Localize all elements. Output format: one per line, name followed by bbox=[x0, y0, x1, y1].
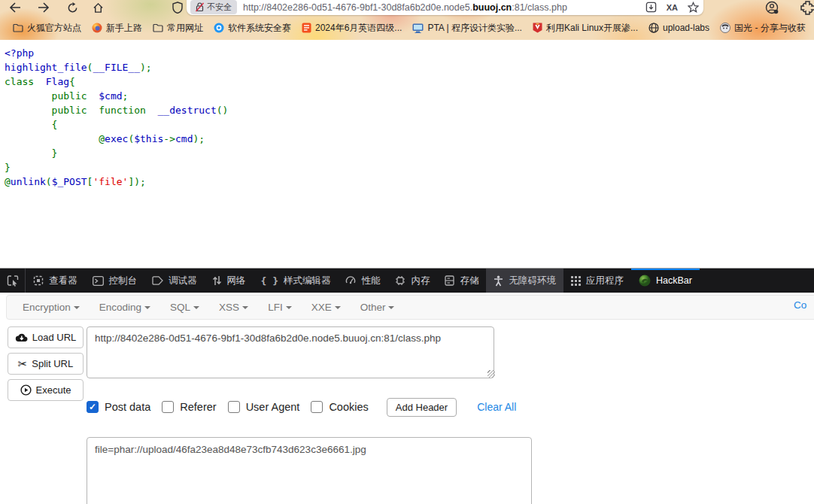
bookmark-item[interactable]: 2024年6月英语四级... bbox=[296, 20, 407, 37]
devtools-tab-label: 存储 bbox=[460, 275, 478, 287]
save-page-icon[interactable] bbox=[645, 2, 657, 13]
devtools-tab-hackbar[interactable]: HackBar bbox=[631, 269, 700, 293]
storage-icon bbox=[445, 275, 454, 286]
chevron-down-icon bbox=[286, 306, 292, 309]
devtools-tab-inspector[interactable]: 查看器 bbox=[26, 269, 85, 293]
bookmark-item[interactable]: 利用Kali Linux开展渗... bbox=[527, 20, 643, 37]
checkbox-label: User Agent bbox=[246, 401, 300, 413]
hackbar-right-link[interactable]: Co bbox=[794, 299, 806, 311]
hackbar-icon bbox=[639, 275, 651, 287]
bookmark-label: 软件系统安全赛 bbox=[228, 22, 291, 35]
load-url-button[interactable]: Load URL bbox=[8, 326, 84, 348]
insecure-lock-icon bbox=[196, 2, 204, 12]
post-data-checkbox[interactable]: ✓Post data bbox=[87, 401, 150, 413]
code-line: { bbox=[5, 117, 228, 132]
checkbox-box[interactable] bbox=[228, 401, 240, 413]
post-data-textarea[interactable]: file=phar://upload/46fa23ea8d48e73cfb743… bbox=[87, 437, 532, 504]
bookmark-label: 新手上路 bbox=[106, 22, 142, 35]
user-agent-checkbox[interactable]: User Agent bbox=[228, 401, 300, 413]
bookmark-label: 国光 - 分享与收获 bbox=[734, 22, 806, 35]
bookmark-label: PTA | 程序设计类实验... bbox=[427, 22, 522, 35]
hackbar-menu-other[interactable]: Other bbox=[351, 302, 405, 313]
devtools-tab-accessibility[interactable]: 无障碍环境 bbox=[486, 269, 563, 293]
security-chip[interactable]: 不安全 bbox=[190, 0, 237, 14]
hackbar-menu-sql[interactable]: SQL bbox=[160, 302, 209, 313]
memory-icon bbox=[395, 275, 405, 286]
inspector-icon bbox=[33, 275, 44, 286]
blue-circle-icon bbox=[214, 23, 224, 33]
scissors-icon: ✂ bbox=[18, 358, 28, 369]
home-button[interactable] bbox=[90, 0, 105, 15]
url-bar[interactable]: 不安全 http://8402e286-0d51-4676-9bf1-30d8f… bbox=[187, 0, 703, 15]
devtools-tab-label: HackBar bbox=[656, 275, 692, 286]
devtools-tab-network[interactable]: 网络 bbox=[205, 269, 254, 293]
devtools-tab-label: 无障碍环境 bbox=[509, 275, 556, 287]
hackbar-menu-xxe[interactable]: XXE bbox=[302, 302, 351, 313]
devtools-tab-debugger[interactable]: 调试器 bbox=[144, 269, 205, 293]
devtools-tab-application[interactable]: 应用程序 bbox=[563, 269, 631, 293]
bookmarks-toolbar: 火狐官方站点新手上路常用网址软件系统安全赛2024年6月英语四级...PTA |… bbox=[0, 16, 814, 40]
checkbox-box[interactable] bbox=[311, 401, 323, 413]
devtools-tab-label: 查看器 bbox=[49, 275, 77, 287]
chevron-down-icon bbox=[388, 306, 394, 309]
bookmark-label: 常用网址 bbox=[167, 22, 203, 35]
chevron-down-icon bbox=[242, 306, 248, 309]
chevron-down-icon bbox=[193, 306, 199, 309]
split-url-button[interactable]: ✂ Split URL bbox=[8, 353, 84, 375]
bookmark-item[interactable]: 常用网址 bbox=[147, 20, 208, 37]
hackbar-menu-encoding[interactable]: Encoding bbox=[90, 302, 160, 313]
referer-checkbox[interactable]: Referer bbox=[162, 401, 216, 413]
hackbar-options-row: ✓Post dataRefererUser AgentCookiesAdd He… bbox=[87, 397, 516, 417]
bookmark-item[interactable]: 火狐官方站点 bbox=[8, 20, 87, 37]
style-editor-icon: { } bbox=[261, 275, 278, 287]
devtools-tab-storage[interactable]: 存储 bbox=[437, 269, 486, 293]
textarea-resize-handle[interactable] bbox=[487, 370, 495, 378]
devtools-tab-style-editor[interactable]: { }样式编辑器 bbox=[254, 269, 339, 293]
blue-monitor-icon bbox=[412, 23, 424, 33]
hackbar-menu-lfi[interactable]: LFI bbox=[258, 302, 302, 313]
bookmark-label: 2024年6月英语四级... bbox=[315, 22, 402, 35]
devtools-tab-console[interactable]: 控制台 bbox=[85, 269, 145, 293]
bookmark-item[interactable]: 新手上路 bbox=[87, 20, 147, 37]
code-line: @exec($this->cmd); bbox=[5, 132, 228, 146]
page-content: <?phphighlight_file(__FILE__);class Flag… bbox=[0, 40, 814, 268]
browser-chrome: 不安全 http://8402e286-0d51-4676-9bf1-30d8f… bbox=[0, 0, 814, 40]
cookies-checkbox[interactable]: Cookies bbox=[311, 401, 368, 413]
checkbox-box[interactable] bbox=[162, 401, 174, 413]
code-line: } bbox=[5, 160, 228, 175]
security-chip-label: 不安全 bbox=[207, 2, 232, 13]
hackbar-menu-xss[interactable]: XSS bbox=[209, 302, 258, 313]
back-button[interactable] bbox=[8, 0, 23, 15]
bookmark-label: 火狐官方站点 bbox=[27, 22, 81, 35]
performance-icon bbox=[345, 275, 356, 286]
devtools-tab-performance[interactable]: 性能 bbox=[338, 269, 387, 293]
extensions-puzzle-icon[interactable] bbox=[797, 0, 814, 15]
devtools-tab-memory[interactable]: 内存 bbox=[387, 269, 437, 293]
avatar-icon bbox=[720, 23, 730, 33]
hackbar-url-textarea[interactable]: http://8402e286-0d51-4676-9bf1-30d8fa6b2… bbox=[87, 326, 494, 378]
devtools-tab-label: 应用程序 bbox=[586, 275, 624, 287]
checkbox-box[interactable]: ✓ bbox=[87, 401, 99, 413]
tracking-shield-icon[interactable] bbox=[170, 0, 185, 15]
forward-button[interactable] bbox=[36, 0, 51, 15]
hackbar-panel: EncryptionEncodingSQLXSSLFIXXEOther Co L… bbox=[0, 293, 814, 504]
pick-element-icon[interactable] bbox=[0, 269, 26, 293]
checkbox-label: Referer bbox=[180, 401, 216, 413]
devtools-tab-label: 内存 bbox=[411, 275, 430, 287]
bookmark-star-icon[interactable] bbox=[688, 2, 699, 13]
code-line: <?php bbox=[5, 46, 228, 60]
add-header-button[interactable]: Add Header bbox=[387, 398, 457, 417]
translate-icon[interactable]: XA bbox=[667, 3, 678, 12]
clear-all-link[interactable]: Clear All bbox=[477, 401, 516, 413]
bookmark-item[interactable]: 国光 - 分享与收获 bbox=[715, 20, 811, 37]
account-icon[interactable] bbox=[763, 0, 781, 15]
execute-button[interactable]: Execute bbox=[8, 379, 84, 401]
bookmark-item[interactable]: 软件系统安全赛 bbox=[208, 20, 296, 37]
hackbar-menu-encryption[interactable]: Encryption bbox=[13, 302, 90, 313]
bookmark-item[interactable]: PTA | 程序设计类实验... bbox=[407, 20, 527, 37]
code-line: @unlink($_POST['file']); bbox=[5, 175, 228, 189]
devtools-toolbar: 查看器控制台调试器网络{ }样式编辑器性能内存存储无障碍环境应用程序HackBa… bbox=[0, 268, 814, 293]
reload-button[interactable] bbox=[65, 0, 80, 15]
bookmark-item[interactable]: upload-labs bbox=[643, 20, 715, 35]
devtools-tab-label: 控制台 bbox=[109, 275, 138, 287]
